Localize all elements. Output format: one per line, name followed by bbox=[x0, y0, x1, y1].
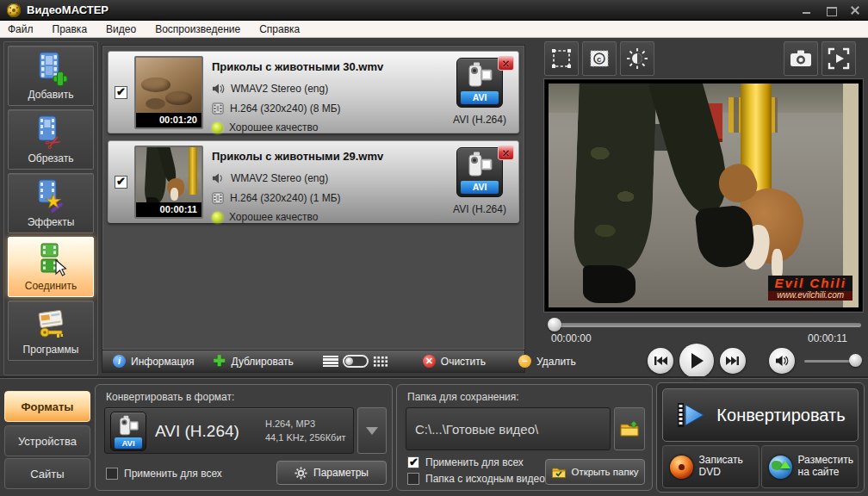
watermark-button[interactable]: c bbox=[582, 41, 617, 76]
burn-dvd-button[interactable]: Записать DVD bbox=[662, 445, 760, 488]
publish-site-button[interactable]: Разместить на сайте bbox=[761, 445, 859, 488]
add-video-icon bbox=[33, 51, 69, 87]
video-preview[interactable]: Evil Chili www.evilchili.com bbox=[544, 79, 863, 312]
join-label: Соединить bbox=[9, 280, 93, 292]
output-format-label: AVI (H.264) bbox=[444, 114, 515, 126]
apply-all-folder-checkbox[interactable] bbox=[407, 456, 419, 468]
parameters-button[interactable]: Параметры bbox=[276, 461, 387, 485]
previous-button[interactable] bbox=[648, 348, 673, 374]
brightness-button[interactable] bbox=[620, 41, 654, 76]
audio-info: WMAV2 Stereo (eng) bbox=[231, 83, 328, 95]
add-label: Добавить bbox=[9, 89, 93, 101]
quality-label: Хорошее качество bbox=[229, 211, 318, 223]
minimize-icon[interactable] bbox=[801, 4, 813, 16]
file-list: 00:01:20 Приколы с животными 30.wmv WMAV… bbox=[102, 45, 525, 350]
magic-wand-icon: ★ bbox=[33, 178, 69, 214]
browse-folder-button[interactable] bbox=[614, 407, 645, 450]
list-item[interactable]: 00:00:11 Приколы с животными 29.wmv WMAV… bbox=[108, 140, 519, 223]
codec-line2: 44,1 KHz, 256Кбит bbox=[265, 431, 346, 444]
crop-icon bbox=[550, 47, 573, 70]
menu-playback[interactable]: Воспроизведение bbox=[146, 21, 250, 37]
volume-slider[interactable] bbox=[804, 360, 856, 363]
title-bar: ВидеоМАСТЕР bbox=[0, 0, 868, 21]
fullscreen-button[interactable] bbox=[822, 41, 856, 76]
delete-button[interactable]: − Удалить bbox=[518, 355, 576, 368]
menu-help[interactable]: Справка bbox=[250, 21, 309, 37]
video-frame: Evil Chili www.evilchili.com bbox=[549, 84, 859, 307]
maximize-icon[interactable] bbox=[825, 4, 837, 16]
video-thumbnail: 00:00:11 bbox=[134, 146, 203, 219]
clear-button[interactable]: ✕ Очистить bbox=[423, 355, 486, 368]
watermark-icon: c bbox=[588, 47, 611, 70]
seek-handle[interactable] bbox=[548, 318, 561, 332]
folder-icon bbox=[619, 420, 640, 437]
play-button[interactable] bbox=[679, 344, 714, 378]
format-dropdown[interactable]: AVI AVI (H.264) H.264, MP3 44,1 KHz, 256… bbox=[104, 407, 354, 454]
item-checkbox[interactable] bbox=[115, 176, 127, 189]
save-path-field[interactable]: C:\...\Готовые видео\ bbox=[406, 407, 611, 450]
audio-info: WMAV2 Stereo (eng) bbox=[231, 172, 328, 184]
play-icon bbox=[689, 352, 704, 369]
programs-button[interactable]: Программы bbox=[8, 301, 94, 361]
cursor-arrow-icon bbox=[56, 260, 66, 276]
tab-sites[interactable]: Сайты bbox=[4, 458, 90, 489]
duplicate-button[interactable]: ✚ Дублировать bbox=[213, 355, 293, 368]
tab-formats[interactable]: Форматы bbox=[4, 391, 90, 422]
menu-video[interactable]: Видео bbox=[96, 21, 146, 37]
effects-button[interactable]: ★ Эффекты bbox=[8, 173, 94, 233]
video-thumbnail: 00:01:20 bbox=[134, 56, 203, 129]
list-view-icon[interactable] bbox=[323, 356, 338, 368]
actions-panel: Конвертировать Записать DVD Разместить н… bbox=[656, 382, 865, 493]
app-film-reel-icon bbox=[7, 3, 21, 17]
scissors-film-icon: ✂ bbox=[33, 115, 69, 151]
speaker-icon bbox=[212, 172, 225, 184]
seek-bar[interactable] bbox=[549, 323, 861, 327]
mute-button[interactable] bbox=[769, 348, 795, 374]
open-folder-icon bbox=[551, 466, 567, 479]
trim-button[interactable]: ✂ Обрезать bbox=[8, 109, 94, 170]
item-checkbox[interactable] bbox=[115, 86, 127, 99]
remove-item-icon[interactable] bbox=[498, 56, 514, 71]
speaker-icon bbox=[212, 83, 225, 95]
tab-devices[interactable]: Устройства bbox=[4, 425, 90, 456]
badge-label: AVI bbox=[461, 91, 499, 104]
gear-icon bbox=[294, 467, 307, 480]
badge-label: AVI bbox=[115, 437, 142, 449]
time-current: 00:00:00 bbox=[551, 332, 592, 344]
open-folder-button[interactable]: Открыть папку bbox=[545, 459, 645, 485]
view-toggle[interactable] bbox=[343, 355, 369, 368]
video-info: H.264 (320x240) (8 МБ) bbox=[230, 102, 341, 115]
effects-label: Эффекты bbox=[9, 216, 93, 228]
format-badge: AVI bbox=[456, 147, 503, 197]
add-button[interactable]: Добавить bbox=[8, 46, 94, 106]
separator bbox=[0, 376, 868, 379]
next-icon bbox=[726, 356, 740, 366]
volume-handle[interactable] bbox=[849, 354, 862, 367]
grid-view-icon[interactable] bbox=[373, 356, 388, 368]
info-icon: i bbox=[113, 355, 126, 368]
convert-button[interactable]: Конвертировать bbox=[662, 388, 859, 442]
list-item[interactable]: 00:01:20 Приколы с животными 30.wmv WMAV… bbox=[108, 51, 519, 133]
clear-icon: ✕ bbox=[423, 355, 436, 368]
format-dropdown-arrow[interactable] bbox=[357, 407, 387, 454]
info-button[interactable]: i Информация bbox=[113, 355, 194, 368]
snapshot-button[interactable] bbox=[784, 41, 818, 76]
video-info: H.264 (320x240) (1 МБ) bbox=[230, 192, 341, 204]
duration-overlay: 00:01:20 bbox=[136, 113, 202, 127]
remove-item-icon[interactable] bbox=[498, 146, 514, 160]
svg-text:★: ★ bbox=[45, 190, 62, 212]
camcorder-icon bbox=[463, 61, 498, 92]
join-videos-icon bbox=[33, 242, 69, 278]
dvd-disc-icon bbox=[670, 456, 693, 479]
close-icon[interactable] bbox=[849, 4, 861, 16]
crop-button[interactable] bbox=[544, 41, 579, 76]
duplicate-plus-icon: ✚ bbox=[213, 355, 226, 368]
window-title: ВидеоМАСТЕР bbox=[27, 3, 108, 16]
film-icon bbox=[212, 192, 224, 204]
menu-file[interactable]: Файл bbox=[0, 21, 43, 37]
join-button[interactable]: Соединить bbox=[8, 237, 94, 297]
menu-edit[interactable]: Правка bbox=[43, 21, 97, 37]
apply-all-format-checkbox[interactable] bbox=[106, 468, 118, 480]
next-button[interactable] bbox=[720, 348, 746, 374]
source-folder-checkbox[interactable] bbox=[407, 473, 419, 485]
